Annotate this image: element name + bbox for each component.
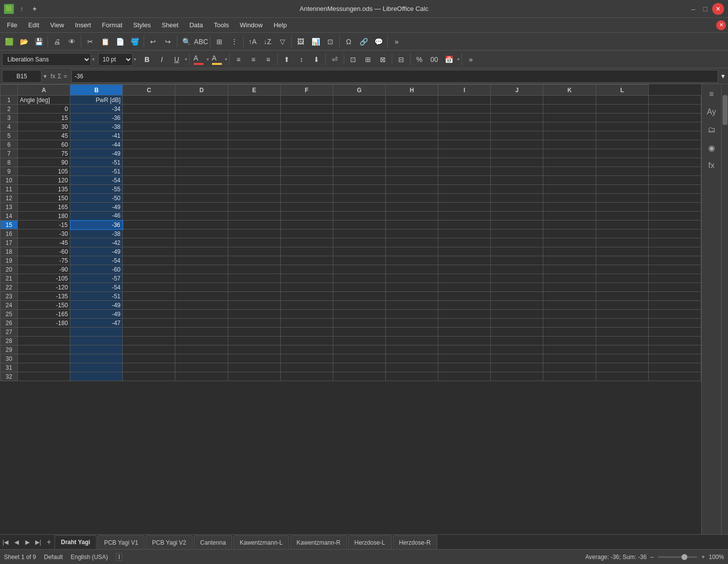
col-header-L[interactable]: L: [596, 85, 648, 96]
cell-F28[interactable]: [280, 337, 333, 345]
cell-F18[interactable]: [280, 247, 333, 256]
cell-A7[interactable]: 75: [18, 149, 70, 158]
cell-undefined25[interactable]: [648, 310, 701, 319]
cell-undefined10[interactable]: [648, 176, 701, 185]
cell-B2[interactable]: -34: [70, 105, 123, 113]
menu-window[interactable]: Window: [235, 19, 267, 31]
v-scrollbar-thumb[interactable]: [723, 95, 728, 125]
cell-C8[interactable]: [123, 158, 175, 167]
maximize-button[interactable]: □: [700, 4, 710, 14]
cell-B15[interactable]: -36: [70, 221, 123, 229]
cell-E26[interactable]: [228, 319, 280, 328]
cell-F11[interactable]: [280, 185, 333, 194]
cell-H17[interactable]: [385, 238, 438, 247]
cell-A15[interactable]: -15: [18, 221, 70, 229]
align-middle-button[interactable]: ↕: [295, 53, 309, 66]
cell-A25[interactable]: -165: [18, 310, 70, 319]
row-number[interactable]: 4: [0, 122, 18, 131]
cell-L5[interactable]: [596, 131, 648, 140]
row-number[interactable]: 12: [0, 194, 18, 203]
cell-G17[interactable]: [333, 238, 385, 247]
find-button[interactable]: 🔍: [179, 35, 193, 49]
cell-I26[interactable]: [438, 319, 491, 328]
cell-I23[interactable]: [438, 292, 491, 301]
cell-E10[interactable]: [228, 176, 280, 185]
cell-C22[interactable]: [123, 283, 175, 292]
cell-F9[interactable]: [280, 167, 333, 176]
cell-E29[interactable]: [228, 345, 280, 354]
wrap-button[interactable]: ⏎: [328, 53, 342, 66]
cell-J3[interactable]: [491, 113, 543, 122]
cell-L4[interactable]: [596, 122, 648, 131]
cell-I16[interactable]: [438, 229, 491, 238]
cell-F3[interactable]: [280, 113, 333, 122]
col-header-A[interactable]: A: [18, 85, 70, 96]
cell-C23[interactable]: [123, 292, 175, 301]
zoom-plus[interactable]: +: [701, 554, 705, 561]
cell-A24[interactable]: -150: [18, 301, 70, 310]
cell-I22[interactable]: [438, 283, 491, 292]
cut-button[interactable]: ✂: [83, 35, 97, 49]
cell-D10[interactable]: [175, 176, 228, 185]
cell-undefined8[interactable]: [648, 158, 701, 167]
date-button[interactable]: 📅: [442, 53, 456, 66]
row-number[interactable]: 27: [0, 328, 18, 337]
cell-E20[interactable]: [228, 265, 280, 274]
cell-E5[interactable]: [228, 131, 280, 140]
row-number[interactable]: 26: [0, 319, 18, 328]
cell-A31[interactable]: [18, 363, 70, 372]
cell-I19[interactable]: [438, 256, 491, 265]
col-button[interactable]: ⋮: [227, 35, 241, 49]
cell-J20[interactable]: [491, 265, 543, 274]
cell-J32[interactable]: [491, 372, 543, 381]
cell-D2[interactable]: [175, 105, 228, 113]
cell-D20[interactable]: [175, 265, 228, 274]
cell-E31[interactable]: [228, 363, 280, 372]
menu-edit[interactable]: Edit: [23, 19, 44, 31]
number-format-button[interactable]: 00: [427, 53, 441, 66]
row-number[interactable]: 29: [0, 345, 18, 354]
cell-B11[interactable]: -55: [70, 185, 123, 194]
cell-J26[interactable]: [491, 319, 543, 328]
cell-F5[interactable]: [280, 131, 333, 140]
cell-K10[interactable]: [543, 176, 596, 185]
cell-A8[interactable]: 90: [18, 158, 70, 167]
cell-L23[interactable]: [596, 292, 648, 301]
row-number[interactable]: 25: [0, 310, 18, 319]
cell-A19[interactable]: -75: [18, 256, 70, 265]
cell-E3[interactable]: [228, 113, 280, 122]
cell-G16[interactable]: [333, 229, 385, 238]
cell-A2[interactable]: 0: [18, 105, 70, 113]
font-color-button[interactable]: A: [192, 53, 206, 66]
cell-B9[interactable]: -51: [70, 167, 123, 176]
cell-A32[interactable]: [18, 372, 70, 381]
cell-K5[interactable]: [543, 131, 596, 140]
cell-I31[interactable]: [438, 363, 491, 372]
more-button[interactable]: »: [390, 35, 404, 49]
cell-B20[interactable]: -60: [70, 265, 123, 274]
menu-help[interactable]: Help: [268, 19, 292, 31]
cell-C31[interactable]: [123, 363, 175, 372]
cell-A9[interactable]: 105: [18, 167, 70, 176]
cell-F16[interactable]: [280, 229, 333, 238]
cell-D5[interactable]: [175, 131, 228, 140]
cell-K2[interactable]: [543, 105, 596, 113]
font-size-selector[interactable]: 10 pt: [98, 53, 133, 66]
cell-H31[interactable]: [385, 363, 438, 372]
cell-E32[interactable]: [228, 372, 280, 381]
merge2-button[interactable]: ⊠: [376, 53, 390, 66]
cell-K15[interactable]: [543, 221, 596, 229]
cell-H9[interactable]: [385, 167, 438, 176]
highlight-color-button[interactable]: A: [210, 53, 224, 66]
cell-K30[interactable]: [543, 354, 596, 363]
cell-E14[interactable]: [228, 212, 280, 221]
sheet-tab-kawentzmann-r[interactable]: Kawentzmann-R: [290, 535, 347, 549]
cell-D7[interactable]: [175, 149, 228, 158]
cell-undefined24[interactable]: [648, 301, 701, 310]
cell-I8[interactable]: [438, 158, 491, 167]
cell-J13[interactable]: [491, 203, 543, 212]
row-number[interactable]: 5: [0, 131, 18, 140]
sidebar-navigator-button[interactable]: ◉: [704, 140, 720, 156]
cell-F21[interactable]: [280, 274, 333, 283]
cell-H4[interactable]: [385, 122, 438, 131]
